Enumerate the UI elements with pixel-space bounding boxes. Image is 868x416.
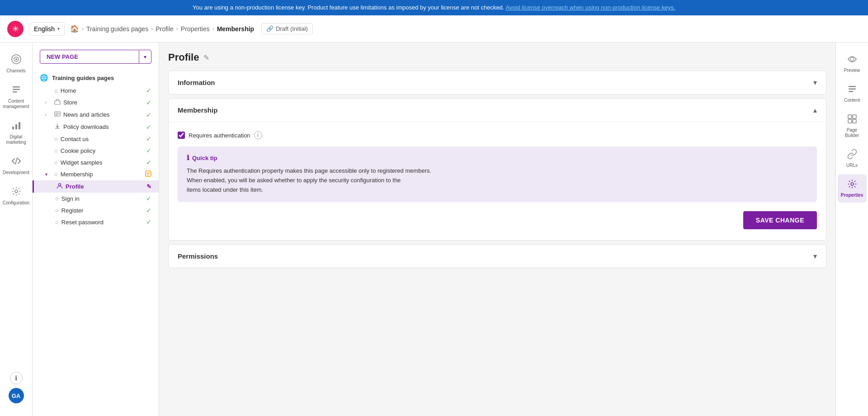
information-chevron-icon: ▾: [813, 78, 817, 87]
tree-item-membership[interactable]: ▾ ○ Membership: [33, 168, 159, 180]
svg-point-22: [850, 57, 854, 61]
preview-icon: [847, 54, 857, 66]
icon-nav-bottom: ℹ GA: [9, 372, 24, 409]
save-change-button[interactable]: SAVE CHANGE: [743, 211, 817, 229]
requires-auth-info-icon[interactable]: i: [254, 131, 262, 139]
breadcrumb-membership[interactable]: Membership: [217, 25, 254, 33]
tree-item-register[interactable]: ○ Register ✓: [33, 204, 159, 216]
page-builder-icon: [847, 114, 857, 126]
tree-item-home[interactable]: ⌂ Home ✓: [33, 85, 159, 96]
information-section: Information ▾: [168, 71, 826, 95]
right-nav-content[interactable]: Content: [838, 80, 867, 108]
new-page-label[interactable]: NEW PAGE: [40, 50, 139, 63]
tree-item-contact[interactable]: ○ Contact us ✓: [33, 133, 159, 145]
requires-auth-row: Requires authentication i: [178, 131, 817, 139]
new-page-dropdown-icon[interactable]: ▾: [139, 51, 151, 63]
draft-icon-membership: [145, 170, 151, 178]
tip-info-icon: ℹ: [187, 154, 189, 162]
check-icon-widget: ✓: [146, 159, 151, 166]
requires-auth-checkbox[interactable]: [178, 132, 185, 139]
svg-rect-29: [853, 119, 856, 123]
right-nav-page-builder[interactable]: Page Builder: [838, 109, 867, 143]
draft-badge: 🔗 Draft (Initial): [261, 23, 313, 34]
quick-tip-header: ℹ Quick tip: [187, 154, 808, 162]
resetpw-tree-icon: ○: [55, 219, 59, 226]
right-icon-sidebar: Preview Content Page Builde: [835, 43, 868, 416]
digital-marketing-label: Digital marketing: [5, 134, 27, 145]
home-tree-icon: ⌂: [54, 87, 58, 94]
right-nav-preview[interactable]: Preview: [838, 50, 867, 78]
tree-sidebar: NEW PAGE ▾ 🌐 Training guides pages ⌂ Hom…: [33, 43, 159, 416]
svg-point-2: [15, 58, 17, 60]
right-nav-properties[interactable]: Properties: [838, 175, 867, 203]
edit-title-icon[interactable]: ✎: [203, 53, 209, 62]
chevron-down-icon: ▾: [57, 26, 60, 31]
membership-section-title: Membership: [178, 106, 217, 114]
check-icon-register: ✓: [146, 207, 151, 214]
sidebar-item-channels[interactable]: Channels: [2, 50, 31, 78]
sidebar-item-content[interactable]: Content management: [2, 80, 31, 114]
new-page-button[interactable]: NEW PAGE ▾: [40, 50, 151, 64]
policy-tree-icon: [54, 123, 61, 131]
icon-sidebar: Channels Content management Digital ma: [0, 43, 33, 416]
page-builder-label: Page Builder: [841, 128, 863, 138]
digital-marketing-icon: [11, 120, 21, 132]
membership-section-header[interactable]: Membership ▴: [169, 99, 826, 122]
svg-line-9: [15, 158, 17, 164]
breadcrumb-profile[interactable]: Profile: [156, 25, 174, 33]
banner-link[interactable]: Avoid license overreach when using non-p…: [505, 4, 675, 11]
tree-item-policy[interactable]: Policy downloads ✓: [33, 121, 159, 133]
svg-rect-23: [849, 86, 856, 87]
permissions-section-header[interactable]: Permissions ▾: [169, 245, 826, 268]
check-icon-signin: ✓: [146, 195, 151, 202]
banner-text: You are using a non-production license k…: [193, 4, 504, 11]
information-section-title: Information: [178, 79, 215, 86]
breadcrumb-sep-2: ›: [151, 26, 153, 32]
home-icon[interactable]: 🏠: [70, 24, 79, 33]
breadcrumb-training[interactable]: Training guides pages: [86, 25, 148, 33]
requires-auth-label: Requires authentication: [189, 132, 250, 139]
tree-item-profile-label: Profile: [66, 183, 144, 190]
content-area: Profile ✎ Information ▾ Membership ▴ Req…: [159, 43, 835, 416]
page-title: Profile: [168, 52, 199, 63]
sidebar-item-development[interactable]: Development: [2, 151, 31, 180]
tree-item-register-label: Register: [61, 207, 143, 214]
sidebar-item-configuration[interactable]: Configuration: [2, 182, 31, 210]
urls-label: URLs: [846, 163, 858, 168]
tree-item-news[interactable]: › News and articles ✓: [33, 109, 159, 121]
main-layout: Channels Content management Digital ma: [0, 43, 868, 416]
quick-tip-title: Quick tip: [192, 155, 217, 161]
register-tree-icon: ○: [55, 207, 59, 214]
expand-store-icon: ›: [45, 100, 52, 105]
logo-icon[interactable]: ✳: [7, 21, 24, 37]
store-tree-icon: [54, 99, 61, 106]
globe-icon: 🌐: [40, 74, 48, 82]
tree-item-cookie[interactable]: ○ Cookie policy ✓: [33, 145, 159, 156]
check-icon-contact: ✓: [146, 135, 151, 142]
tree-root-item[interactable]: 🌐 Training guides pages: [33, 71, 159, 85]
information-section-header[interactable]: Information ▾: [169, 71, 826, 94]
tree-item-membership-label: Membership: [61, 171, 142, 178]
check-icon-cookie: ✓: [146, 147, 151, 154]
channels-label: Channels: [6, 68, 25, 74]
quick-tip-line2: When enabled, you will be asked whether …: [187, 177, 401, 184]
tree-item-resetpw[interactable]: ○ Reset password ✓: [33, 216, 159, 228]
info-button[interactable]: ℹ: [10, 372, 23, 384]
svg-rect-6: [12, 127, 14, 129]
tree-item-store[interactable]: › Store ✓: [33, 96, 159, 109]
tree-item-profile[interactable]: Profile ✎: [33, 180, 159, 193]
tree-root-label: Training guides pages: [52, 75, 114, 81]
sidebar-item-digital-marketing[interactable]: Digital marketing: [2, 116, 31, 150]
tree-item-signin[interactable]: ○ Sign in ✓: [33, 193, 159, 204]
save-btn-row: SAVE CHANGE: [178, 211, 817, 231]
svg-point-30: [851, 183, 854, 185]
tree-item-widget[interactable]: ○ Widget samples ✓: [33, 156, 159, 168]
right-content-icon: [847, 84, 857, 96]
breadcrumb-sep-3: ›: [176, 26, 178, 32]
membership-chevron-icon: ▴: [813, 106, 817, 114]
language-selector[interactable]: English ▾: [29, 22, 65, 36]
right-nav-urls[interactable]: URLs: [838, 145, 867, 173]
tree-item-contact-label: Contact us: [61, 136, 143, 142]
breadcrumb-properties[interactable]: Properties: [181, 25, 210, 33]
user-avatar[interactable]: GA: [9, 388, 24, 403]
